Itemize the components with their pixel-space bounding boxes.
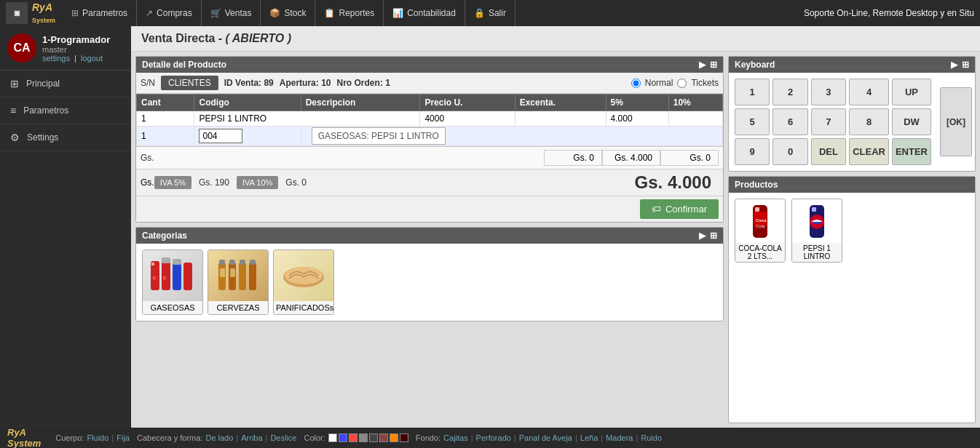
iva5-badge: IVA 5% <box>154 176 191 189</box>
key-clear[interactable]: CLEAR <box>849 138 889 165</box>
panel-arrow-icon[interactable]: ▶ <box>699 60 706 70</box>
producto-image-pepsi <box>791 199 842 243</box>
nav-parametros[interactable]: ⊞ Parametros <box>63 0 137 26</box>
key-9[interactable]: 9 <box>735 138 770 165</box>
logout-link[interactable]: logout <box>81 54 103 63</box>
key-dw[interactable]: DW <box>892 108 931 135</box>
cabecera-delado-link[interactable]: De lado <box>205 433 233 442</box>
fondo-ruido-link[interactable]: Ruido <box>641 433 662 442</box>
confirmar-button[interactable]: 🏷 Confirmar <box>640 199 719 219</box>
cell-excenta <box>515 111 606 127</box>
fondo-madera-link[interactable]: Madera <box>606 433 633 442</box>
category-item-panificados[interactable]: PANIFICADOSs <box>273 249 334 315</box>
key-del[interactable]: DEL <box>811 138 846 165</box>
svg-rect-17 <box>220 268 225 277</box>
cuerpo-section: Cuerpo: Fluido | Fija <box>55 433 130 442</box>
product-detail-title: Detalle del Producto <box>142 60 226 70</box>
nav-salir[interactable]: 🔒 Salir <box>465 0 515 26</box>
key-5[interactable]: 5 <box>735 108 770 135</box>
svg-rect-14 <box>240 260 245 265</box>
category-item-gaseosas[interactable]: C C GASEOSAS <box>142 249 203 315</box>
nav-compras-label: Compras <box>157 8 192 18</box>
keyboard-grid-icon[interactable]: ⊞ <box>962 60 969 70</box>
nav-stock[interactable]: 📦 Stock <box>261 0 315 26</box>
fondo-lena-link[interactable]: Leña <box>580 433 598 442</box>
confirmar-label: Confirmar <box>665 204 707 215</box>
panel-grid-icon[interactable]: ⊞ <box>710 60 717 70</box>
sidebar-profile: CA 1-Programador master settings | logou… <box>0 26 131 71</box>
cabecera-arriba-link[interactable]: Arriba <box>241 433 262 442</box>
fondo-panal-link[interactable]: Panal de Aveja <box>519 433 572 442</box>
key-2[interactable]: 2 <box>772 79 807 105</box>
col-excenta: Excenta. <box>515 95 606 111</box>
bottom-logo: RyASystem <box>7 427 41 448</box>
sidebar-item-settings[interactable]: ⚙ Settings <box>0 124 131 151</box>
nav-items: ⊞ Parametros ↗ Compras 🛒 Ventas 📦 Stock … <box>63 0 804 26</box>
fondo-perforado-link[interactable]: Perforado <box>476 433 511 442</box>
panel-header-icons: ▶ ⊞ <box>699 60 717 70</box>
color-swatch-darkred[interactable] <box>400 433 408 442</box>
codigo-input[interactable] <box>199 129 242 143</box>
color-swatch-blue[interactable] <box>339 433 347 442</box>
color-swatch-gray[interactable] <box>359 433 368 442</box>
cuerpo-fija-link[interactable]: Fija <box>116 433 130 442</box>
key-6[interactable]: 6 <box>772 108 807 135</box>
tickets-radio[interactable] <box>677 79 687 88</box>
cell-cant2: 1 <box>137 127 194 146</box>
key-up[interactable]: UP <box>892 79 931 105</box>
fondo-cajitas-link[interactable]: Cajitas <box>443 433 468 442</box>
key-ok[interactable]: [OK] <box>940 87 972 156</box>
color-swatch-white[interactable] <box>328 433 337 442</box>
sn-bar: S/N CLIENTES ID Venta: 89 Apertura: 10 N… <box>136 73 723 94</box>
key-7[interactable]: 7 <box>811 108 846 135</box>
producto-item-pepsi[interactable]: PEPSI 1LINTRO <box>791 199 842 263</box>
svg-rect-6 <box>183 263 192 290</box>
key-8[interactable]: 8 <box>849 108 889 135</box>
cat-image-pan <box>273 250 334 301</box>
svg-text:Coca: Coca <box>756 218 767 223</box>
cell-10pct <box>668 111 722 127</box>
sn-label: S/N <box>141 78 155 88</box>
productos-panel: Productos Coca Cola <box>728 176 976 423</box>
table-row: 1 PEPSI 1 LINTRO 4000 4.000 <box>137 111 723 127</box>
keyboard-header-icons: ▶ ⊞ <box>951 60 969 70</box>
svg-text:C: C <box>163 276 167 280</box>
nav-contabilidad[interactable]: 📊 Contabilidad <box>384 0 465 26</box>
key-1[interactable]: 1 <box>735 79 770 105</box>
key-enter[interactable]: ENTER <box>892 138 931 165</box>
sidebar-settings-label: Settings <box>27 132 58 143</box>
cat-arrow-icon[interactable]: ▶ <box>699 231 706 241</box>
color-swatch-brown[interactable] <box>379 433 388 442</box>
key-0[interactable]: 0 <box>772 138 807 165</box>
svg-text:C: C <box>153 276 157 280</box>
col-cant: Cant <box>137 95 194 111</box>
sidebar-item-principal[interactable]: ⊞ Principal <box>0 71 131 97</box>
total-5pct: Gs. 4.000 <box>602 150 660 166</box>
nav-compras[interactable]: ↗ Compras <box>137 0 202 26</box>
nav-reportes-label: Reportes <box>339 8 374 18</box>
key-3[interactable]: 3 <box>811 79 846 105</box>
cat-grid-icon[interactable]: ⊞ <box>710 231 717 241</box>
keyboard-arrow-icon[interactable]: ▶ <box>951 60 957 70</box>
color-swatch-red[interactable] <box>349 433 357 442</box>
category-item-cervezas[interactable]: CERVEZAS <box>208 249 269 315</box>
color-swatches <box>328 433 408 442</box>
nav-ventas[interactable]: 🛒 Ventas <box>202 0 261 26</box>
color-swatch-darkgray[interactable] <box>369 433 378 442</box>
support-text: Soporte On-Line, Remote Desktop y en Sit… <box>804 8 974 18</box>
username: 1-Programador <box>42 34 110 45</box>
settings-link[interactable]: settings <box>42 54 70 63</box>
cuerpo-fluido-link[interactable]: Fluido <box>87 433 108 442</box>
nav-ventas-label: Ventas <box>225 8 252 18</box>
nav-reportes[interactable]: 📋 Reportes <box>315 0 384 26</box>
clientes-button[interactable]: CLIENTES <box>161 76 218 90</box>
key-4[interactable]: 4 <box>849 79 889 105</box>
nav-parametros-label: Parametros <box>82 8 127 18</box>
normal-radio[interactable] <box>631 79 641 88</box>
sidebar-item-parametros[interactable]: ≡ Parametros <box>0 97 131 124</box>
color-swatch-orange[interactable] <box>390 433 398 442</box>
producto-item-cocacola[interactable]: Coca Cola COCA-COLA2 LTS... <box>735 199 786 263</box>
fondo-section: Fondo: Cajitas | Perforado | Panal de Av… <box>416 433 662 442</box>
normal-label: Normal <box>645 78 673 88</box>
cabecera-deslice-link[interactable]: Deslice <box>270 433 296 442</box>
